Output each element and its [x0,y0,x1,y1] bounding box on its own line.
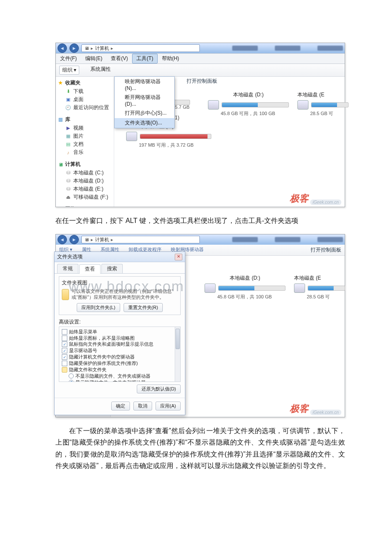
folder-icon [62,289,69,300]
checkbox-icon[interactable]: ✓ [62,354,67,360]
drive-icon: ⛁ [65,178,71,184]
sidebar-item-drive-c[interactable]: ⛁本地磁盘 (C:) [58,169,112,177]
checkbox-icon[interactable]: ✓ [62,348,67,353]
sidebar-item-recent[interactable]: 🕘最近访问的位置 [58,104,112,112]
reset-folders-button[interactable]: 重置文件夹(R) [124,303,163,312]
drive-d-tile[interactable]: 本地磁盘 (D:) 45.8 GB 可用，共 100 GB [208,91,289,117]
drive-d-usage-bar [222,102,289,107]
navigation-pane: ★收藏夹 ⬇下载 ▣桌面 🕘最近访问的位置 ▥库 ▶视频 ▦图片 ▤文档 ♪音乐… [56,77,114,207]
cancel-button[interactable]: 取消 [133,402,152,410]
music-icon: ♪ [65,150,71,156]
menu-item-disconnect-drive[interactable]: 断开网络驱动器(D)... [115,92,174,108]
drive-d-capacity: 45.8 GB 可用，共 100 GB [217,294,285,300]
ok-button[interactable]: 确定 [111,402,130,410]
menu-item-sync-center[interactable]: 打开同步中心(S)... [115,108,174,118]
address-bar[interactable]: 🖥 ▸ 计算机 ▸ [81,236,200,243]
blurred-tab [275,46,300,51]
menu-help[interactable]: 帮助(H) [158,54,184,64]
menu-file[interactable]: 文件(F) [56,54,81,64]
open-control-panel-link[interactable]: 打开控制面板 [311,246,341,254]
adv-option[interactable]: ✓隐藏计算机文件夹中的空驱动器 [62,354,174,360]
back-button[interactable]: ◄ [58,43,67,53]
window-titlebar: ◄ ► 🖥 ▸ 计算机 ▸ [56,234,345,245]
address-bar[interactable]: 🖥 ▸ 计算机 ▸ [81,44,200,52]
sidebar-item-videos[interactable]: ▶视频 [58,124,112,132]
command-bar: 组织 ▾ 系统属性 [56,64,345,77]
sidebar-item-pictures[interactable]: ▦图片 [58,132,112,140]
watermark-logo: 极客 [290,192,308,205]
adv-option[interactable]: ✓显示驱动器号 [62,347,174,354]
usb-icon: ⏏ [65,194,71,200]
sidebar-item-documents[interactable]: ▤文档 [58,140,112,148]
restore-defaults-button[interactable]: 还原为默认值(D) [137,384,181,393]
system-properties-button[interactable]: 系统属性 [90,66,111,75]
apply-to-folders-button[interactable]: 应用到文件夹(L) [77,303,120,312]
star-icon: ★ [58,80,63,86]
sidebar-item-drive-d[interactable]: ⛁本地磁盘 (D:) [58,177,112,185]
tab-view[interactable]: 查看 [79,264,101,274]
menu-item-map-drive[interactable]: 映射网络驱动器(N)... [115,77,174,92]
content-pane: 映射网络驱动器(N)... 断开网络驱动器(D)... 打开同步中心(S)...… [114,77,345,207]
sidebar-computer[interactable]: 计算机 [65,161,81,168]
sidebar-item-downloads[interactable]: ⬇下载 [58,87,112,95]
sidebar-item-desktop[interactable]: ▣桌面 [58,95,112,104]
radio-icon[interactable] [69,380,74,382]
menu-item-folder-options[interactable]: 文件夹选项(O)... [115,118,174,128]
organize-button[interactable]: 组织 ▾ [59,66,79,75]
tools-dropdown-menu: 映射网络驱动器(N)... 断开网络驱动器(D)... 打开同步中心(S)...… [114,76,175,128]
adv-option[interactable]: 隐藏受保护的操作系统文件(推荐) [62,360,174,367]
radio-icon[interactable] [69,373,74,379]
blurred-tab [317,237,343,242]
tab-search[interactable]: 搜索 [101,264,123,273]
forward-button[interactable]: ► [69,235,79,244]
drive-e-capacity: 28.5 GB 可 [307,294,345,300]
menu-tools[interactable]: 工具(T) [132,54,157,64]
sidebar-item-drive-e[interactable]: ⛁本地磁盘 (E:) [58,185,112,193]
download-icon: ⬇ [65,89,71,95]
drive-d-tile[interactable]: 本地磁盘 (D:) 45.8 GB 可用，共 100 GB [205,275,285,300]
checkbox-icon[interactable] [62,361,67,366]
drive-e-tile[interactable]: 本地磁盘 (E 28.5 GB 可 [294,275,345,300]
picture-icon: ▦ [65,133,71,139]
blurred-tab [275,237,300,242]
apply-button[interactable]: 应用(A) [156,402,181,410]
drive-d-label: 本地磁盘 (D:) [208,91,289,98]
back-button[interactable]: ◄ [58,235,67,244]
adv-option[interactable]: 始终显示菜单 [62,329,174,335]
checkbox-icon[interactable] [62,329,67,335]
menu-edit[interactable]: 编辑(E) [81,54,107,64]
sidebar-favorites[interactable]: 收藏夹 [65,79,81,87]
sidebar-item-music[interactable]: ♪音乐 [58,148,112,156]
drive-e-label: 本地磁盘 (E [294,275,345,282]
adv-option[interactable]: ✓鼠标指向文件夹和桌面项时显示提示信息 [62,341,174,347]
adv-option[interactable]: 始终显示图标，从不显示缩略图 [62,335,174,341]
drive-f-usage-bar [140,134,211,139]
sidebar-libraries[interactable]: 库 [65,116,70,123]
drive-icon: ⛁ [65,170,71,176]
blurred-tab [232,237,258,242]
scrollbar[interactable] [175,327,180,382]
forward-button[interactable]: ► [69,43,79,53]
open-control-panel-link[interactable]: 打开控制面板 [187,78,217,85]
folder-options-dialog: 文件夹选项 ✕ 常规 查看 搜索 文件夹视图 可以将该文件夹正在使用的视图（例如… [54,251,185,415]
watermark-logo: 极客 [290,402,308,415]
watermark-url: iGeek.com.cn [310,410,341,415]
drive-d-label: 本地磁盘 (D:) [205,275,285,282]
watermark-url: iGeek.com.cn [310,199,341,205]
close-icon[interactable]: ✕ [175,254,182,260]
sidebar-item-drive-f[interactable]: ⏏可移动磁盘 (F:) [58,193,112,201]
video-icon: ▶ [65,125,71,131]
window-titlebar: ◄ ► 🖥 ▸ 计算机 ▸ [56,43,345,53]
advanced-settings-list[interactable]: 始终显示菜单 始终显示图标，从不显示缩略图 ✓鼠标指向文件夹和桌面项时显示提示信… [59,327,181,382]
drive-e-usage-bar [308,286,345,291]
checkbox-icon[interactable] [62,335,67,341]
drive-e-tile[interactable]: 本地磁盘 (E 28.5 GB 可 [297,91,349,117]
tab-general[interactable]: 常规 [57,264,78,273]
menu-view[interactable]: 查看(V) [107,54,132,64]
checkbox-icon[interactable]: ✓ [62,341,67,347]
drive-d-usage-bar [218,286,285,291]
adv-option-radio[interactable]: 显示隐藏的文件、文件夹和驱动器 [62,379,174,382]
adv-option-radio[interactable]: 不显示隐藏的文件、文件夹或驱动器 [62,373,174,379]
scrollbar-thumb[interactable] [176,329,180,349]
sidebar-network[interactable]: 网络 [65,205,75,207]
